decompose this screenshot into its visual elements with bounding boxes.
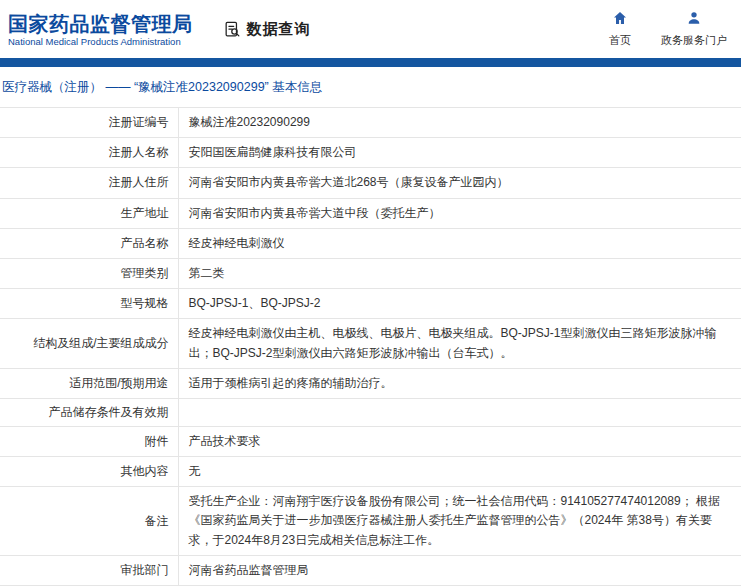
row-value: 豫械注准20232090299 [178,108,741,138]
nav-home-label: 首页 [609,33,631,48]
row-value: 河南省安阳市内黄县帝喾大道中段（委托生产） [178,198,741,228]
info-table-body: 注册证编号豫械注准20232090299注册人名称安阳国医扁鹊健康科技有限公司注… [0,108,741,586]
nav-home[interactable]: 首页 [605,10,635,48]
table-row: 管理类别第二类 [0,258,741,288]
row-label: 注册人名称 [0,138,178,168]
table-row: 结构及组成/主要组成成分经皮神经电刺激仪由主机、电极线、电极片、电极夹组成。BQ… [0,319,741,368]
table-row: 适用范围/预期用途适用于颈椎病引起的疼痛的辅助治疗。 [0,368,741,398]
row-label: 产品名称 [0,228,178,258]
home-icon [612,10,628,30]
row-value: 经皮神经电刺激仪由主机、电极线、电极片、电极夹组成。BQ-JPSJ-1型刺激仪由… [178,319,741,368]
org-name-cn: 国家药品监督管理局 [8,12,193,36]
table-row: 注册人名称安阳国医扁鹊健康科技有限公司 [0,138,741,168]
info-table: 注册证编号豫械注准20232090299注册人名称安阳国医扁鹊健康科技有限公司注… [0,107,741,586]
site-logo: 国家药品监督管理局 National Medical Products Admi… [8,12,193,47]
site-header: 国家药品监督管理局 National Medical Products Admi… [0,0,741,58]
breadcrumb: 医疗器械（注册） —— “豫械注准20232090299” 基本信息 [0,67,741,107]
table-row: 注册人住所河南省安阳市内黄县帝喾大道北268号（康复设备产业园内） [0,168,741,198]
blue-divider-bar [0,58,741,67]
table-row: 产品储存条件及有效期 [0,398,741,426]
table-row: 生产地址河南省安阳市内黄县帝喾大道中段（委托生产） [0,198,741,228]
row-label-text: 注册证编号 [109,115,169,129]
row-label: 产品储存条件及有效期 [0,398,178,426]
row-value: 受托生产企业：河南翔宇医疗设备股份有限公司；统一社会信用代码：914105277… [178,487,741,556]
row-label: 适用范围/预期用途 [0,368,178,398]
user-icon [686,10,702,30]
org-name-en: National Medical Products Administration [8,36,193,47]
row-value: 经皮神经电刺激仪 [178,228,741,258]
row-label-text: 管理类别 [121,266,169,280]
row-label-text: 附件 [145,434,169,448]
document-search-icon [223,20,242,39]
table-row: 注册证编号豫械注准20232090299 [0,108,741,138]
row-label-text: 结构及组成/主要组成成分 [33,336,168,350]
row-value: 河南省药品监督管理局 [178,555,741,585]
row-label-text: 注册人住所 [109,175,169,189]
table-row: 型号规格BQ-JPSJ-1、BQ-JPSJ-2 [0,289,741,319]
row-label: 生产地址 [0,198,178,228]
row-label: 管理类别 [0,258,178,288]
row-label-text: 适用范围/预期用途 [69,376,168,390]
row-value: 安阳国医扁鹊健康科技有限公司 [178,138,741,168]
nav-portal[interactable]: 政务服务门户 [661,10,727,48]
row-label-text: 型号规格 [121,296,169,310]
row-label-text: 注册人名称 [109,145,169,159]
row-label: 注册证编号 [0,108,178,138]
table-row: 审批部门河南省药品监督管理局 [0,555,741,585]
nav-portal-label: 政务服务门户 [661,33,727,48]
row-label-text: 审批部门 [121,563,169,577]
row-label: 其他内容 [0,457,178,487]
row-label-text: 产品储存条件及有效期 [49,405,169,419]
row-label: 附件 [0,426,178,456]
row-value: 产品技术要求 [178,426,741,456]
table-row: 附件产品技术要求 [0,426,741,456]
row-value: 无 [178,457,741,487]
table-row: 备注受托生产企业：河南翔宇医疗设备股份有限公司；统一社会信用代码：9141052… [0,487,741,556]
row-label-text: 其他内容 [121,464,169,478]
row-label: 备注 [0,487,178,556]
data-query-title: 数据查询 [247,20,311,39]
table-row: 产品名称经皮神经电刺激仪 [0,228,741,258]
row-label: 注册人住所 [0,168,178,198]
row-label-text: 备注 [145,514,169,528]
data-query-section: 数据查询 [223,20,311,39]
row-value [178,398,741,426]
row-value: 第二类 [178,258,741,288]
table-row: 其他内容无 [0,457,741,487]
row-value: 河南省安阳市内黄县帝喾大道北268号（康复设备产业园内） [178,168,741,198]
row-value: 适用于颈椎病引起的疼痛的辅助治疗。 [178,368,741,398]
row-label: 审批部门 [0,555,178,585]
row-label-text: 产品名称 [121,236,169,250]
row-label: 结构及组成/主要组成成分 [0,319,178,368]
row-label: 型号规格 [0,289,178,319]
header-nav: 首页 政务服务门户 [605,10,727,48]
row-value: BQ-JPSJ-1、BQ-JPSJ-2 [178,289,741,319]
row-label-text: 生产地址 [121,206,169,220]
